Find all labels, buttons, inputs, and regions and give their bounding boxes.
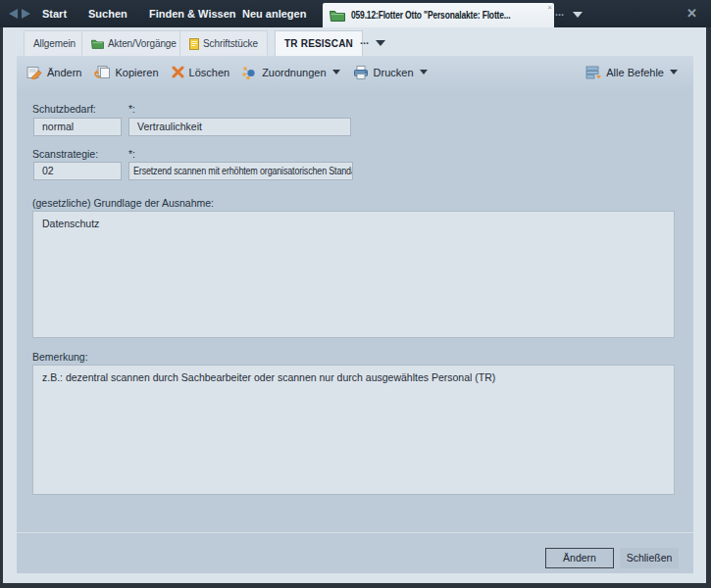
field-value: 02	[42, 165, 54, 176]
tab-label: Akten/Vorgänge	[108, 38, 177, 49]
commands-icon	[585, 66, 601, 79]
document-tab[interactable]: 059.12:Flotter Otto "Personalakte: Flott…	[323, 3, 554, 27]
scanstrategie-text-input[interactable]: Ersetzend scannen mit erhöhtem organisat…	[128, 162, 353, 180]
window-close-icon[interactable]: ✕	[686, 0, 697, 27]
toolbar-label: Kopieren	[115, 67, 158, 78]
textarea-value: Datenschutz	[42, 218, 99, 229]
toolbar-label: Ändern	[47, 67, 81, 78]
tabstrip-overflow-ellipsis[interactable]: ...	[360, 27, 369, 56]
document-tab-title: 059.12:Flotter Otto "Personalakte: Flott…	[351, 10, 533, 21]
tab-label: Schriftstücke	[203, 38, 258, 49]
folder-icon	[330, 9, 345, 22]
scanstrategie-label: Scanstrategie:	[32, 148, 98, 160]
alle-befehle-button[interactable]: Alle Befehle	[585, 56, 678, 88]
aendern-toolbar-button[interactable]: Ändern	[26, 66, 81, 79]
app-window: Start Suchen Finden & Wissen Neu anlegen…	[0, 0, 711, 588]
schliessen-button[interactable]: Schließen	[620, 548, 679, 568]
kopieren-toolbar-button[interactable]: Kopieren	[94, 66, 158, 79]
chevron-down-icon	[420, 70, 428, 74]
toolbar-label: Zuordnungen	[262, 67, 326, 78]
toolbar-label: Drucken	[374, 67, 414, 78]
document-icon	[189, 38, 199, 50]
copy-icon	[94, 66, 110, 79]
content-panel: Ändern Kopieren Löschen	[17, 56, 693, 573]
chevron-down-icon	[670, 70, 678, 74]
menu-item-suchen[interactable]: Suchen	[88, 0, 127, 27]
document-tab-close-icon[interactable]: ×	[547, 3, 552, 13]
tab-schriftstuecke[interactable]: Schriftstücke	[179, 30, 268, 56]
delete-icon	[172, 66, 184, 78]
assignments-icon	[242, 66, 257, 79]
window-body: Allgemein Akten/Vorgänge Schriftstücke T…	[3, 27, 706, 583]
vertraulichkeit-input[interactable]: Vertraulichkeit	[128, 118, 351, 136]
tab-tr-resiscan[interactable]: TR RESISCAN	[275, 30, 363, 56]
toolbar-label: Löschen	[189, 67, 230, 78]
folder-icon	[91, 38, 104, 49]
tab-overflow-ellipsis[interactable]: ...	[555, 0, 564, 27]
toolbar-label: Alle Befehle	[606, 67, 664, 78]
tab-list-dropdown-icon[interactable]	[573, 12, 583, 18]
drucken-toolbar-button[interactable]: Drucken	[353, 66, 428, 79]
aendern-button[interactable]: Ändern	[545, 548, 614, 568]
menu-item-neu-anlegen[interactable]: Neu anlegen	[242, 0, 306, 27]
toolbar: Ändern Kopieren Löschen	[17, 56, 693, 88]
grundlage-label: (gesetzliche) Grundlage der Ausnahme:	[32, 197, 214, 209]
field-value: Vertraulichkeit	[137, 121, 202, 132]
top-menu-bar: Start Suchen Finden & Wissen Neu anlegen…	[0, 0, 711, 27]
view-tabstrip: Allgemein Akten/Vorgänge Schriftstücke T…	[3, 27, 706, 56]
field-value: Ersetzend scannen mit erhöhtem organisat…	[133, 163, 353, 179]
menu-item-start[interactable]: Start	[42, 0, 67, 27]
tab-label: Allgemein	[33, 38, 76, 49]
zuordnungen-toolbar-button[interactable]: Zuordnungen	[242, 66, 339, 79]
scanstrategie-text-label: *:	[128, 148, 135, 160]
textarea-value: z.B.: dezentral scannen durch Sachbearbe…	[42, 371, 495, 383]
scanstrategie-input[interactable]: 02	[33, 162, 122, 180]
footer-divider	[17, 532, 693, 533]
menu-item-finden-wissen[interactable]: Finden & Wissen	[149, 0, 236, 27]
schutzbedarf-input[interactable]: normal	[33, 118, 122, 136]
bemerkung-textarea[interactable]: z.B.: dezentral scannen durch Sachbearbe…	[32, 365, 675, 495]
tab-akten-vorgaenge[interactable]: Akten/Vorgänge	[81, 30, 186, 56]
vertraulichkeit-label: *:	[128, 103, 135, 115]
tabstrip-dropdown-icon[interactable]	[376, 40, 385, 46]
back-arrow-icon[interactable]	[9, 9, 18, 19]
print-icon	[353, 66, 369, 79]
field-value: normal	[42, 121, 74, 132]
tab-allgemein[interactable]: Allgemein	[24, 30, 85, 56]
bemerkung-label: Bemerkung:	[32, 351, 88, 363]
schutzbedarf-label: Schutzbedarf:	[32, 103, 96, 115]
loeschen-toolbar-button[interactable]: Löschen	[172, 66, 230, 78]
grundlage-textarea[interactable]: Datenschutz	[32, 211, 675, 338]
chevron-down-icon	[332, 70, 340, 74]
edit-icon	[26, 66, 42, 79]
tab-label: TR RESISCAN	[284, 38, 353, 49]
forward-arrow-icon[interactable]	[22, 9, 30, 19]
history-nav	[9, 9, 30, 19]
